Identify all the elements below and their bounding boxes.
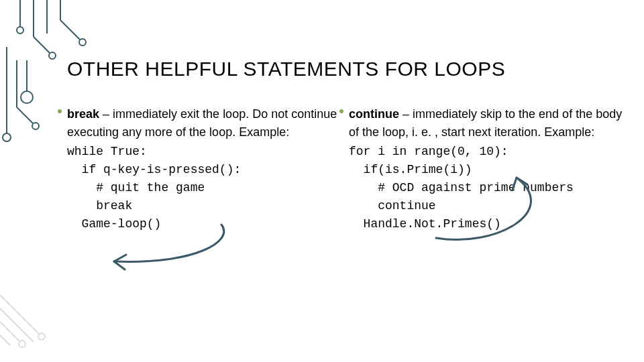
svg-point-15: [21, 91, 33, 103]
svg-point-8: [79, 39, 86, 46]
right-column: continue – immediately skip to the end o…: [349, 105, 631, 233]
svg-point-18: [38, 333, 45, 340]
svg-line-21: [0, 328, 10, 345]
break-code-example: while True: if q-key-is-pressed(): # qui…: [67, 143, 349, 233]
slide-title: OTHER HELPFUL STATEMENTS FOR LOOPS: [67, 57, 631, 81]
svg-line-19: [0, 315, 20, 342]
svg-point-13: [32, 123, 39, 129]
svg-point-20: [19, 341, 25, 347]
content-columns: break – immediately exit the loop. Do no…: [67, 105, 631, 233]
break-description: break – immediately exit the loop. Do no…: [67, 105, 349, 141]
svg-line-17: [0, 302, 34, 342]
continue-description: continue – immediately skip to the end o…: [349, 105, 631, 141]
svg-line-16: [0, 288, 40, 335]
bullet-icon: [339, 109, 343, 113]
svg-line-12: [17, 107, 34, 124]
svg-line-3: [34, 37, 50, 54]
svg-point-1: [17, 27, 23, 34]
svg-line-7: [60, 20, 80, 40]
svg-point-4: [49, 52, 56, 59]
continue-code-example: for i in range(0, 10): if(is.Prime(i)) #…: [349, 143, 631, 233]
bullet-icon: [58, 109, 62, 113]
left-column: break – immediately exit the loop. Do no…: [67, 105, 349, 233]
svg-point-10: [3, 133, 11, 141]
